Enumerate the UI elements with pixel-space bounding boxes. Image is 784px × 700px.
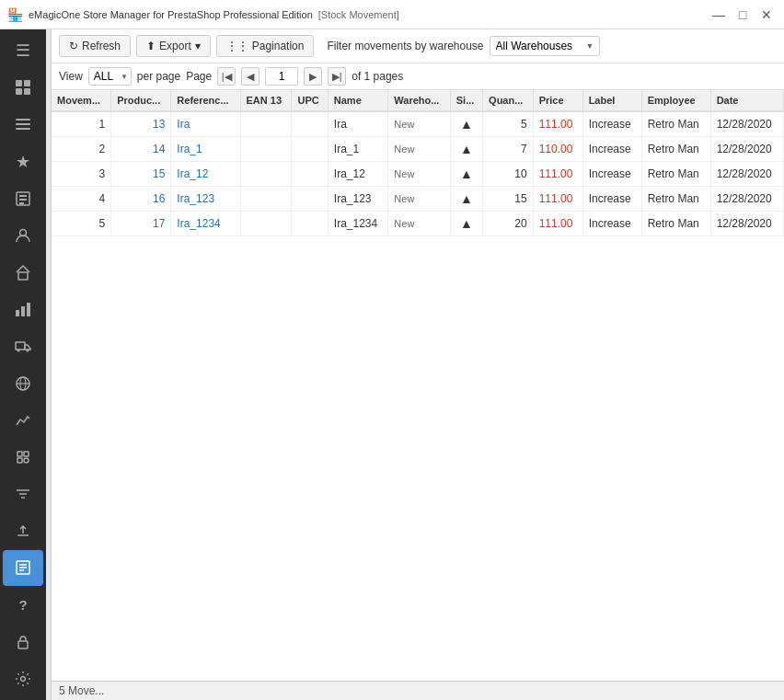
col-quantity[interactable]: Quan...: [483, 90, 534, 111]
cell-upc: [292, 111, 328, 137]
svg-rect-16: [16, 342, 25, 350]
view-select-wrapper[interactable]: ALL 25 50 100: [88, 67, 132, 86]
col-sign[interactable]: Si...: [450, 90, 482, 111]
close-button[interactable]: ✕: [756, 5, 777, 25]
cell-ean13: [240, 162, 292, 187]
col-product[interactable]: Produc...: [111, 90, 171, 111]
cell-price: 111.00: [533, 162, 582, 187]
cell-warehouse: New: [388, 187, 450, 212]
table-row: 2 14 Ira_1 Ira_1 New ▲ 7 110.00 Increase…: [52, 137, 784, 162]
col-reference[interactable]: Referenc...: [171, 90, 240, 111]
minimize-button[interactable]: —: [709, 5, 729, 25]
sidebar-item-shipping[interactable]: [3, 328, 43, 363]
sidebar-item-globe[interactable]: [3, 366, 43, 401]
view-select[interactable]: ALL 25 50 100: [88, 67, 132, 86]
svg-rect-6: [16, 128, 30, 130]
svg-rect-5: [16, 123, 30, 125]
sidebar-item-customers[interactable]: [3, 218, 43, 253]
cell-employee: Retro Man: [641, 162, 710, 187]
cell-reference[interactable]: Ira_123: [171, 187, 240, 212]
col-upc[interactable]: UPC: [292, 90, 328, 111]
sidebar-item-plugins[interactable]: [3, 440, 43, 475]
last-page-button[interactable]: ▶|: [328, 67, 346, 86]
cell-date: 12/28/2020: [710, 162, 783, 187]
of-pages-label: of 1 pages: [352, 70, 403, 83]
warehouse-select[interactable]: All Warehouses Warehouse 1 Warehouse 2: [490, 36, 600, 56]
col-employee[interactable]: Employee: [641, 90, 710, 111]
svg-rect-8: [19, 195, 27, 197]
cell-movement: 5: [52, 212, 111, 236]
sidebar: ☰ ★: [0, 29, 46, 700]
sidebar-item-dashboard[interactable]: [3, 70, 43, 105]
col-movement[interactable]: Movem...: [52, 90, 111, 111]
sidebar-item-catalog[interactable]: [3, 181, 43, 216]
export-button[interactable]: ⬆ Export ▾: [136, 35, 211, 57]
filter-label: Filter movements by warehouse: [327, 40, 483, 52]
cell-movement: 1: [52, 111, 111, 137]
sidebar-item-stock[interactable]: [3, 550, 43, 585]
refresh-button[interactable]: ↻ Refresh: [59, 35, 131, 57]
cell-label: Increase: [582, 137, 641, 162]
first-page-button[interactable]: |◀: [217, 67, 236, 86]
cell-product[interactable]: 14: [111, 137, 171, 162]
cell-date: 12/28/2020: [710, 137, 783, 162]
cell-product[interactable]: 13: [111, 111, 171, 137]
refresh-icon: ↻: [69, 40, 78, 52]
col-label[interactable]: Label: [582, 90, 641, 111]
svg-rect-10: [19, 202, 24, 204]
col-name[interactable]: Name: [328, 90, 388, 111]
sidebar-item-list[interactable]: [3, 107, 43, 142]
sidebar-item-analytics[interactable]: [3, 403, 43, 438]
cell-reference[interactable]: Ira_12: [171, 162, 240, 187]
maximize-button[interactable]: □: [732, 5, 753, 25]
cell-product[interactable]: 17: [111, 212, 171, 236]
app-title: eMagicOne Store Manager for PrestaShop P…: [29, 9, 313, 20]
cell-movement: 2: [52, 137, 111, 162]
prev-page-button[interactable]: ◀: [241, 67, 259, 86]
cell-upc: [292, 162, 328, 187]
cell-product[interactable]: 15: [111, 162, 171, 187]
svg-point-25: [24, 458, 29, 463]
cell-reference[interactable]: Ira_1: [171, 137, 240, 162]
cell-movement: 4: [52, 187, 111, 212]
cell-name: Ira_1: [328, 137, 388, 162]
view-label: View: [59, 70, 83, 83]
cell-price: 111.00: [533, 111, 582, 137]
svg-rect-30: [18, 641, 28, 648]
col-ean13[interactable]: EAN 13: [240, 90, 292, 111]
cell-reference[interactable]: Ira: [171, 111, 240, 137]
col-price[interactable]: Price: [533, 90, 582, 111]
cell-quantity: 20: [483, 212, 534, 236]
table-row: 1 13 Ira Ira New ▲ 5 111.00 Increase Ret…: [52, 111, 784, 137]
window-tag: [Stock Movement]: [318, 9, 399, 20]
cell-product[interactable]: 16: [111, 187, 171, 212]
sidebar-item-menu[interactable]: ☰: [3, 33, 43, 68]
cell-sign: ▲: [450, 162, 482, 187]
col-warehouse[interactable]: Wareho...: [388, 90, 450, 111]
cell-warehouse: New: [388, 137, 450, 162]
page-number-input[interactable]: 1: [265, 67, 298, 86]
sidebar-item-upload[interactable]: [3, 513, 43, 548]
cell-quantity: 10: [483, 162, 534, 187]
status-text: 5 Move...: [59, 684, 104, 697]
cell-price: 110.00: [533, 137, 582, 162]
main-content: ↻ Refresh ⬆ Export ▾ ⋮⋮ Pagination Filte…: [52, 29, 784, 700]
sidebar-item-lock[interactable]: [3, 625, 43, 660]
movements-table: Movem... Produc... Referenc... EAN 13 UP…: [52, 90, 784, 236]
sidebar-item-help[interactable]: ?: [3, 588, 43, 623]
cell-reference[interactable]: Ira_1234: [171, 212, 240, 236]
next-page-button[interactable]: ▶: [304, 67, 322, 86]
app-logo: 🏪: [7, 7, 23, 22]
pagination-button[interactable]: ⋮⋮ Pagination: [216, 35, 315, 57]
sidebar-item-filters[interactable]: [3, 476, 43, 511]
sidebar-item-settings[interactable]: [3, 661, 43, 696]
title-bar: 🏪 eMagicOne Store Manager for PrestaShop…: [0, 0, 784, 29]
warehouse-select-wrapper[interactable]: All Warehouses Warehouse 1 Warehouse 2: [490, 36, 600, 56]
svg-point-18: [27, 350, 29, 352]
sidebar-item-home[interactable]: [3, 255, 43, 290]
sidebar-item-reports[interactable]: [3, 292, 43, 327]
sidebar-item-favorites[interactable]: ★: [3, 144, 43, 179]
col-date[interactable]: Date: [710, 90, 783, 111]
svg-rect-3: [24, 88, 30, 95]
cell-upc: [292, 212, 328, 236]
